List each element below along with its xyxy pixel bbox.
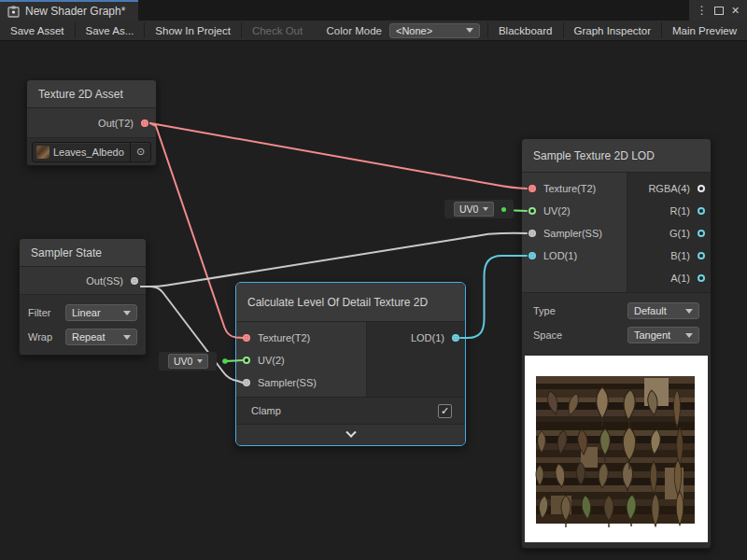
port-in-sampler[interactable] [243, 379, 250, 386]
port-out-rgba[interactable] [698, 185, 705, 192]
space-dropdown[interactable]: Tangent [627, 327, 699, 343]
node-texture-2d-asset[interactable]: Texture 2D Asset Out(T2) Leaves_Albedo ⊙ [26, 79, 157, 166]
maximize-icon[interactable] [714, 7, 724, 15]
node-header[interactable]: Calculate Level Of Detail Texture 2D [236, 283, 465, 322]
port-label: Texture(T2) [258, 332, 310, 343]
node-title: Calculate Level Of Detail Texture 2D [247, 296, 428, 309]
node-calculate-lod-texture-2d[interactable]: Calculate Level Of Detail Texture 2D Tex… [235, 282, 466, 446]
graph-canvas[interactable]: Texture 2D Asset Out(T2) Leaves_Albedo ⊙… [0, 41, 747, 560]
space-value: Tangent [634, 329, 670, 341]
node-sample-texture-2d-lod[interactable]: Sample Texture 2D LOD Texture(T2) UV(2) … [521, 138, 712, 549]
filter-label: Filter [28, 307, 50, 318]
edge-texture-to-sample[interactable] [150, 123, 527, 189]
uv-channel-slot: UV0 [159, 352, 217, 371]
check-out-button: Check Out [242, 21, 313, 40]
port-in-uv[interactable] [243, 357, 250, 364]
shader-graph-icon [7, 6, 20, 18]
chevron-down-icon [345, 427, 356, 438]
save-asset-button[interactable]: Save Asset [0, 21, 75, 40]
node-preview-image [525, 356, 708, 542]
port-label: Texture(T2) [543, 183, 596, 194]
port-label: A(1) [670, 273, 690, 284]
port-label: RGBA(4) [648, 183, 690, 194]
port-label: Sampler(SS) [543, 228, 602, 239]
color-mode-label: Color Mode [317, 21, 389, 40]
port-out-r[interactable] [698, 207, 705, 215]
port-label: LOD(1) [543, 250, 577, 261]
chevron-down-icon [197, 359, 203, 363]
port-label: G(1) [669, 228, 690, 239]
uv-channel-dropdown[interactable]: UV0 [454, 202, 494, 217]
clamp-label: Clamp [251, 405, 281, 416]
port-out-t2[interactable] [141, 119, 148, 127]
node-collapse-control[interactable] [236, 424, 465, 445]
uv-channel-value: UV0 [174, 356, 192, 367]
node-title: Sample Texture 2D LOD [533, 149, 655, 162]
node-header[interactable]: Sample Texture 2D LOD [522, 139, 711, 173]
texture-asset-name: Leaves_Albedo [53, 147, 130, 158]
close-icon[interactable]: ✕ [731, 6, 740, 16]
port-in-texture[interactable] [529, 185, 536, 192]
edge-sampler-to-sample[interactable] [141, 233, 527, 287]
port-label: R(1) [670, 205, 690, 217]
window-controls: ⋮ ✕ [689, 0, 747, 21]
uv-connector-dot-icon [501, 207, 506, 212]
chevron-down-icon [685, 333, 693, 338]
edge-texture-to-calculate[interactable] [150, 123, 243, 338]
chevron-down-icon [123, 311, 131, 315]
port-out-b[interactable] [698, 252, 705, 259]
chevron-down-icon [123, 335, 131, 340]
graph-toolbar: Save Asset Save As... Show In Project Ch… [0, 21, 747, 41]
graph-inspector-button[interactable]: Graph Inspector [564, 21, 661, 40]
port-label: Out(T2) [98, 118, 134, 129]
port-label: Sampler(SS) [258, 377, 317, 388]
show-in-project-button[interactable]: Show In Project [145, 21, 241, 40]
port-in-texture[interactable] [243, 334, 250, 342]
tab-title: New Shader Graph* [25, 5, 125, 18]
tab-shader-graph[interactable]: New Shader Graph* [0, 0, 138, 21]
title-bar: New Shader Graph* ⋮ ✕ [0, 0, 747, 21]
type-dropdown[interactable]: Default [627, 302, 699, 319]
port-label: B(1) [670, 250, 690, 261]
chevron-down-icon [685, 309, 693, 314]
port-in-sampler[interactable] [529, 230, 536, 237]
blackboard-button[interactable]: Blackboard [488, 21, 563, 40]
node-title: Sampler State [31, 246, 102, 259]
port-out-a[interactable] [698, 274, 705, 282]
uv-channel-dropdown[interactable]: UV0 [168, 354, 208, 369]
port-in-lod[interactable] [529, 252, 536, 259]
type-label: Type [533, 305, 556, 316]
texture-object-field[interactable]: Leaves_Albedo ⊙ [32, 142, 151, 162]
texture-thumbnail-icon [36, 146, 49, 159]
port-in-uv[interactable] [529, 207, 536, 215]
main-preview-button[interactable]: Main Preview [662, 21, 747, 40]
wrap-label: Wrap [28, 331, 52, 343]
port-label: UV(2) [543, 205, 571, 217]
port-out-lod[interactable] [452, 334, 459, 342]
uv-connector-dot-icon [222, 358, 228, 364]
chevron-down-icon [466, 28, 473, 33]
clamp-checkbox[interactable] [438, 404, 452, 418]
color-mode-value: <None> [396, 25, 432, 36]
port-label: UV(2) [258, 355, 285, 366]
port-out-ss[interactable] [131, 277, 138, 285]
uv-channel-slot: UV0 [444, 200, 514, 218]
edge-lod-to-sample[interactable] [460, 256, 527, 338]
node-preview [522, 353, 711, 548]
node-title: Texture 2D Asset [38, 88, 123, 101]
port-label: Out(SS) [86, 275, 123, 287]
uv-channel-value: UV0 [459, 203, 478, 215]
node-sampler-state[interactable]: Sampler State Out(SS) Filter Linear Wrap… [19, 238, 147, 356]
node-header[interactable]: Sampler State [20, 239, 146, 267]
filter-dropdown[interactable]: Linear [65, 304, 137, 321]
port-label: LOD(1) [411, 332, 444, 343]
color-mode-dropdown[interactable]: <None> [389, 23, 480, 38]
wrap-dropdown[interactable]: Repeat [65, 329, 137, 345]
save-as-button[interactable]: Save As... [76, 21, 145, 40]
menu-kebab-icon[interactable]: ⋮ [697, 5, 708, 16]
object-picker-icon[interactable]: ⊙ [130, 143, 150, 161]
chevron-down-icon [483, 207, 488, 211]
port-out-g[interactable] [698, 230, 705, 237]
node-header[interactable]: Texture 2D Asset [27, 80, 156, 108]
type-value: Default [634, 305, 667, 316]
